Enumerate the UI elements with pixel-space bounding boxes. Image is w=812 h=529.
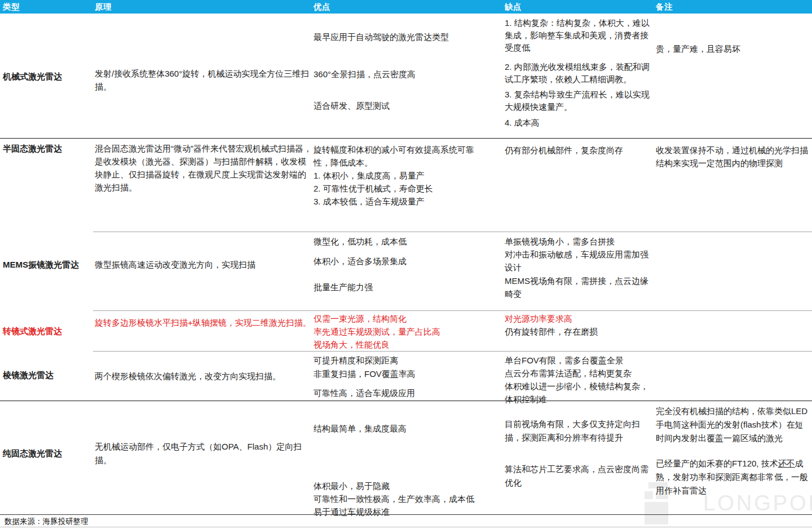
divider	[93, 232, 812, 232]
pros-item: 适合研发、原型测试	[314, 99, 501, 112]
row-type-label: MEMS振镜激光雷达	[3, 258, 92, 271]
cell-principle: 发射/接收系统整体360°旋转，机械运动实现全方位三维扫描。	[95, 14, 312, 139]
note-text-part: 已经量产的如禾赛的FT120, 技术	[656, 459, 778, 468]
cons-item: 对冲击和振动敏感，车规级应用需加强设计	[505, 248, 655, 274]
principle-text: 微型振镜高速运动改变激光方向，实现扫描	[95, 258, 312, 271]
pros-item: 1. 体积小，集成度高，易量产	[314, 169, 501, 182]
table-row-pure-solid: 纯固态激光雷达 无机械运动部件，仅电子方式（如OPA、Flash）定向扫描。 结…	[0, 401, 812, 514]
note-text: 完全没有机械扫描的结构，依靠类似LED手电筒这种面光的发射(flash技术）在短…	[656, 404, 811, 445]
header-col-cons: 缺点	[505, 2, 655, 12]
header-col-type: 类型	[3, 2, 92, 12]
pros-item: 非重复扫描，FOV覆盖率高	[314, 367, 501, 380]
table-row-rotating-mirror: 转镜式激光雷达 旋转多边形棱镜水平扫描+纵轴摆镜，实现二维激光扫描。 仅需一束光…	[0, 310, 812, 351]
cell-type: 半固态激光雷达	[3, 139, 92, 232]
header-col-pros: 优点	[314, 2, 501, 12]
pros-item: 3. 成本较低，适合车规级量产	[314, 195, 501, 208]
row-type-label: 转镜式激光雷达	[3, 324, 92, 337]
principle-text: 发射/接收系统整体360°旋转，机械运动实现全方位三维扫描。	[95, 67, 312, 93]
header-col-principle: 原理	[95, 2, 312, 12]
cell-note: 收发装置保持不动，通过机械的光学扫描结构来实现一定范围内的物理探测	[656, 139, 811, 232]
cell-cons: 对光源功率要求高 仍有旋转部件，存在磨损	[505, 310, 655, 351]
row-type-label: 半固态激光雷达	[3, 142, 92, 155]
cell-cons: 目前视场角有限，大多仅支持定向扫描，探测距离和分辨率有待提升 算法和芯片工艺要求…	[505, 401, 655, 514]
cell-type: 转镜式激光雷达	[3, 310, 92, 351]
pros-item: 可靠性和一致性极高，生产效率高，成本低	[314, 493, 501, 505]
cons-item: 1. 结构复杂：结构复杂，体积大，难以集成，影响整车集成和美观，消费者接受度低	[505, 17, 655, 54]
cons-item: 4. 成本高	[505, 117, 655, 129]
table-row-semi-solid: 半固态激光雷达 混合固态激光雷达用“微动”器件来代替宏观机械式扫描器，是收发模块…	[0, 139, 812, 232]
note-text: 贵，量产难，且容易坏	[656, 42, 811, 55]
pros-item: 体积最小，易于隐藏	[314, 480, 501, 492]
cell-principle: 两个楔形棱镜依次偏转激光，改变方向实现扫描。	[95, 351, 312, 401]
cell-principle: 微型振镜高速运动改变激光方向，实现扫描	[95, 232, 312, 310]
divider	[0, 138, 812, 139]
pros-item: 批量生产能力强	[314, 281, 501, 294]
cell-cons: 仍有部分机械部件，复杂度尚存	[505, 139, 655, 232]
divider	[0, 514, 812, 515]
cons-item: 2. 内部激光收发模组线束多，装配和调试工序繁琐，依赖人工精细调教。	[505, 61, 655, 86]
cell-principle: 无机械运动部件，仅电子方式（如OPA、Flash）定向扫描。	[95, 401, 312, 514]
table-row-mechanical: 机械式激光雷达 发射/接收系统整体360°旋转，机械运动实现全方位三维扫描。 最…	[0, 14, 812, 139]
divider	[0, 401, 812, 401]
pros-item: 体积小，适合多场景集成	[314, 255, 501, 268]
principle-text: 旋转多边形棱镜水平扫描+纵轴摆镜，实现二维激光扫描。	[95, 316, 312, 329]
lidar-comparison-table: LONGPORT 类型 原理 优点 缺点 备注 机械式激光雷达 发射/接收系统整…	[0, 0, 812, 529]
pros-item: 率先通过车规级测试，量产占比高	[314, 325, 501, 338]
cons-item: 算法和芯片工艺要求高，点云密度尚需优化	[505, 463, 655, 490]
table-header: 类型 原理 优点 缺点 备注	[0, 0, 812, 14]
data-source-note: 数据来源：海豚投研整理	[5, 517, 89, 527]
cell-type: 机械式激光雷达	[3, 14, 92, 139]
cons-item: MEMS视场角有限，需拼接，点云边缘畸变	[505, 274, 655, 300]
pros-item: 易于通过车规级标准	[314, 506, 501, 518]
pros-item: 结构最简单，集成度最高	[314, 423, 501, 435]
pros-item: 2. 可靠性优于机械式，寿命更长	[314, 182, 501, 195]
divider	[93, 351, 812, 352]
pros-item: 360°全景扫描，点云密度高	[314, 68, 501, 81]
row-type-label: 纯固态激光雷达	[3, 447, 92, 460]
cons-item: 对光源功率要求高	[505, 312, 655, 325]
cons-item: 目前视场角有限，大多仅支持定向扫描，探测距离和分辨率有待提升	[505, 417, 655, 444]
header-col-note: 备注	[656, 2, 811, 12]
cell-pros: 微型化，低功耗，成本低 体积小，适合多场景集成 批量生产能力强	[314, 232, 501, 310]
cell-cons: 1. 结构复杂：结构复杂，体积大，难以集成，影响整车集成和美观，消费者接受度低 …	[505, 14, 655, 139]
principle-text: 两个楔形棱镜依次偏转激光，改变方向实现扫描。	[95, 370, 312, 383]
table-row-mems: MEMS振镜激光雷达 微型振镜高速运动改变激光方向，实现扫描 微型化，低功耗，成…	[0, 232, 812, 310]
cell-cons: 单台FOV有限，需多台覆盖全景 点云分布需算法适配，结构更复杂 体积难以进一步缩…	[505, 351, 655, 401]
pros-item: 仅需一束光源，结构简化	[314, 312, 501, 325]
cell-note	[656, 351, 811, 401]
cell-note	[656, 232, 811, 310]
cell-pros: 可提升精度和探测距离 非重复扫描，FOV覆盖率高 可靠性高，适合车规级应用	[314, 351, 501, 401]
table-row-prism: 棱镜激光雷达 两个楔形棱镜依次偏转激光，改变方向实现扫描。 可提升精度和探测距离…	[0, 351, 812, 401]
cell-pros: 最早应用于自动驾驶的激光雷达类型 360°全景扫描，点云密度高 适合研发、原型测…	[314, 14, 501, 139]
cell-note: 贵，量产难，且容易坏	[656, 14, 811, 139]
cell-note: 完全没有机械扫描的结构，依靠类似LED手电筒这种面光的发射(flash技术）在短…	[656, 401, 811, 514]
pros-item: 视场角大，性能优良	[314, 338, 501, 351]
cell-pros: 旋转幅度和体积的减小可有效提高系统可靠性，降低成本。 1. 体积小，集成度高，易…	[314, 139, 501, 232]
note-text-underlined: 还不	[778, 459, 795, 468]
pros-item: 可靠性高，适合车规级应用	[314, 386, 501, 399]
cons-item: 单台FOV有限，需多台覆盖全景	[505, 354, 655, 367]
note-text: 已经量产的如禾赛的FT120, 技术还不成熟，发射功率和探测距离都非常低，一般用…	[656, 457, 811, 497]
cell-pros: 结构最简单，集成度最高 体积最小，易于隐藏 可靠性和一致性极高，生产效率高，成本…	[314, 401, 501, 514]
cell-note	[656, 310, 811, 351]
cell-principle: 混合固态激光雷达用“微动”器件来代替宏观机械式扫描器，是收发模块（激光器、探测器…	[95, 139, 312, 232]
cell-cons: 单振镜视场角小，需多台拼接 对冲击和振动敏感，车规级应用需加强设计 MEMS视场…	[505, 232, 655, 310]
cell-type: MEMS振镜激光雷达	[3, 232, 92, 310]
cell-type: 棱镜激光雷达	[3, 351, 92, 401]
cons-item: 仍有部分机械部件，复杂度尚存	[505, 144, 655, 157]
principle-text: 混合固态激光雷达用“微动”器件来代替宏观机械式扫描器，是收发模块（激光器、探测器…	[95, 142, 312, 194]
cell-type: 纯固态激光雷达	[3, 401, 92, 514]
cons-item: 仍有旋转部件，存在磨损	[505, 325, 655, 338]
pros-item: 可提升精度和探测距离	[314, 354, 501, 367]
pros-item: 旋转幅度和体积的减小可有效提高系统可靠性，降低成本。	[314, 143, 478, 169]
cell-principle: 旋转多边形棱镜水平扫描+纵轴摆镜，实现二维激光扫描。	[95, 310, 312, 351]
divider	[93, 310, 812, 311]
row-type-label: 机械式激光雷达	[3, 70, 92, 83]
row-type-label: 棱镜激光雷达	[3, 368, 92, 381]
note-text: 收发装置保持不动，通过机械的光学扫描结构来实现一定范围内的物理探测	[656, 144, 811, 170]
principle-text: 无机械运动部件，仅电子方式（如OPA、Flash）定向扫描。	[95, 440, 312, 467]
pros-item: 微型化，低功耗，成本低	[314, 235, 501, 248]
pros-item: 最早应用于自动驾驶的激光雷达类型	[314, 30, 501, 43]
cons-item: 点云分布需算法适配，结构更复杂	[505, 367, 655, 380]
cell-pros: 仅需一束光源，结构简化 率先通过车规级测试，量产占比高 视场角大，性能优良	[314, 310, 501, 351]
